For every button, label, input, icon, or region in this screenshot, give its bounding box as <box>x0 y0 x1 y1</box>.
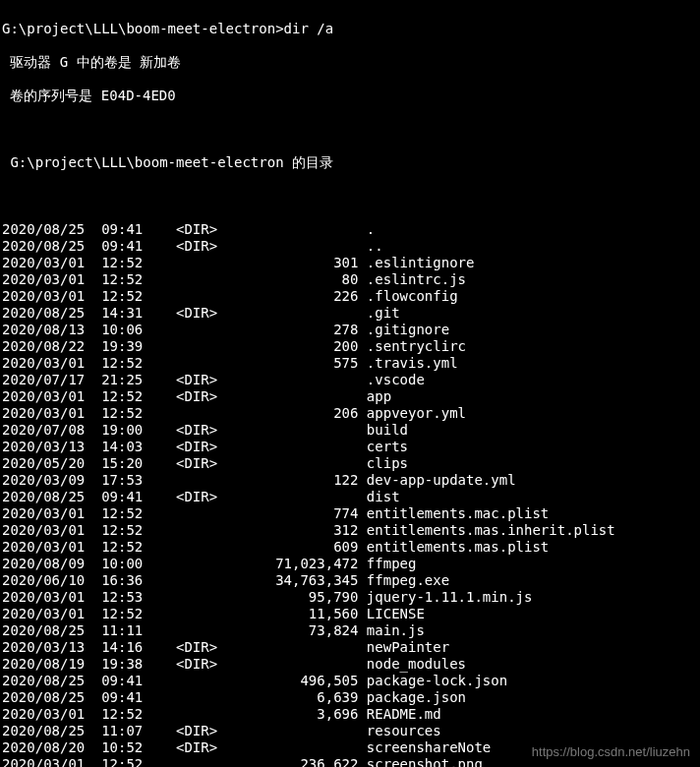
list-item: 2020/08/25 11:07 <DIR> resources <box>2 723 698 739</box>
list-item: 2020/05/20 15:20 <DIR> clips <box>2 455 698 472</box>
list-item: 2020/03/01 12:52 3,696 README.md <box>2 706 698 723</box>
drive-info: 驱动器 G 中的卷是 新加卷 <box>2 54 698 71</box>
list-item: 2020/03/01 12:53 95,790 jquery-1.11.1.mi… <box>2 589 698 606</box>
list-item: 2020/03/01 12:52 206 appveyor.yml <box>2 405 698 422</box>
list-item: 2020/08/19 19:38 <DIR> node_modules <box>2 656 698 673</box>
list-item: 2020/08/22 19:39 200 .sentryclirc <box>2 338 698 355</box>
list-item: 2020/03/01 12:52 312 entitlements.mas.in… <box>2 522 698 539</box>
list-item: 2020/03/01 12:52 575 .travis.yml <box>2 355 698 372</box>
list-item: 2020/08/13 10:06 278 .gitignore <box>2 322 698 338</box>
list-item: 2020/03/01 12:52 774 entitlements.mac.pl… <box>2 505 698 522</box>
list-item: 2020/08/25 09:41 6,639 package.json <box>2 689 698 706</box>
list-item: 2020/06/10 16:36 34,763,345 ffmpeg.exe <box>2 572 698 589</box>
list-item: 2020/03/01 12:52 11,560 LICENSE <box>2 606 698 622</box>
list-item: 2020/03/01 12:52 226 .flowconfig <box>2 288 698 305</box>
list-item: 2020/07/17 21:25 <DIR> .vscode <box>2 372 698 388</box>
list-item: 2020/03/01 12:52 609 entitlements.mas.pl… <box>2 539 698 556</box>
list-item: 2020/08/25 09:41 <DIR> .. <box>2 238 698 255</box>
blank-line <box>2 121 698 138</box>
terminal-output[interactable]: G:\project\LLL\boom-meet-electron>dir /a… <box>0 0 700 767</box>
command-prompt: G:\project\LLL\boom-meet-electron>dir /a <box>2 21 698 37</box>
list-item: 2020/03/13 14:16 <DIR> newPainter <box>2 639 698 656</box>
list-item: 2020/08/09 10:00 71,023,472 ffmpeg <box>2 556 698 572</box>
blank-line <box>2 188 698 205</box>
list-item: 2020/03/01 12:52 301 .eslintignore <box>2 255 698 271</box>
list-item: 2020/08/25 09:41 <DIR> dist <box>2 489 698 505</box>
list-item: 2020/08/25 14:31 <DIR> .git <box>2 305 698 322</box>
list-item: 2020/08/25 11:11 73,824 main.js <box>2 622 698 639</box>
watermark: https://blog.csdn.net/liuzehn <box>532 744 690 759</box>
list-item: 2020/03/09 17:53 122 dev-app-update.yml <box>2 472 698 489</box>
directory-listing: 2020/08/25 09:41 <DIR> .2020/08/25 09:41… <box>2 221 698 767</box>
list-item: 2020/08/25 09:41 <DIR> . <box>2 221 698 238</box>
list-item: 2020/03/01 12:52 80 .eslintrc.js <box>2 271 698 288</box>
list-item: 2020/03/13 14:03 <DIR> certs <box>2 439 698 455</box>
list-item: 2020/03/01 12:52 <DIR> app <box>2 388 698 405</box>
directory-of: G:\project\LLL\boom-meet-electron 的目录 <box>2 154 698 171</box>
list-item: 2020/07/08 19:00 <DIR> build <box>2 422 698 439</box>
serial-info: 卷的序列号是 E04D-4ED0 <box>2 88 698 104</box>
list-item: 2020/08/25 09:41 496,505 package-lock.js… <box>2 673 698 689</box>
